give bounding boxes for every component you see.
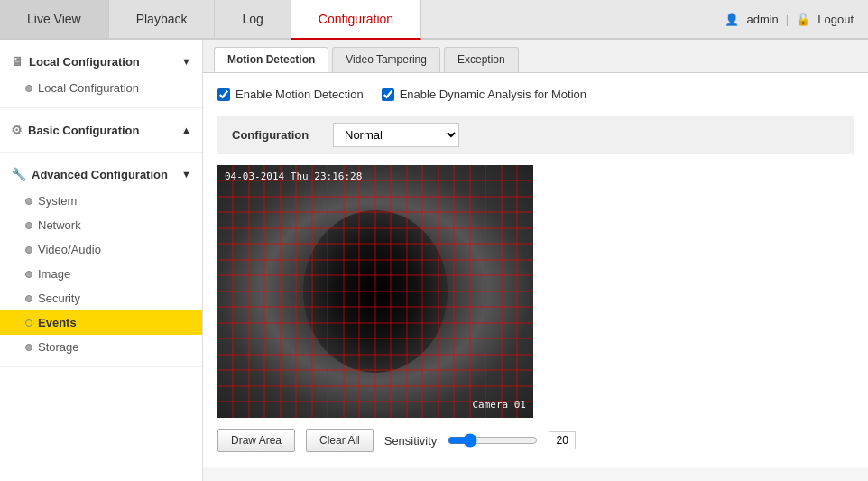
sensitivity-slider[interactable]: [448, 433, 538, 448]
enable-motion-text: Enable Motion Detection: [235, 88, 364, 101]
sub-tab-exception[interactable]: Exception: [444, 47, 519, 72]
motion-grid[interactable]: [217, 165, 533, 418]
config-select[interactable]: Normal Expert: [333, 123, 459, 147]
sidebar-item-image-label: Image: [38, 267, 70, 281]
sidebar-section-advanced: 🔧 Advanced Configuration ▼ System Networ…: [0, 153, 202, 367]
advanced-icon: 🔧: [11, 167, 26, 181]
enable-dynamic-text: Enable Dynamic Analysis for Motion: [400, 88, 586, 101]
sidebar-item-video-audio[interactable]: Video/Audio: [0, 237, 202, 262]
sidebar-local-label: Local Configuration: [29, 55, 140, 69]
basic-icon: ⚙: [11, 123, 23, 137]
sidebar-header-advanced[interactable]: 🔧 Advanced Configuration ▼: [0, 160, 202, 189]
main-layout: 🖥 Local Configuration ▼ Local Configurat…: [0, 40, 868, 481]
sub-tab-motion-detection[interactable]: Motion Detection: [214, 47, 328, 72]
draw-area-button[interactable]: Draw Area: [217, 429, 295, 452]
nav-right-area: 👤 admin | 🔓 Logout: [710, 0, 868, 38]
sidebar-item-storage-label: Storage: [38, 340, 79, 354]
sidebar-advanced-label: Advanced Configuration: [32, 168, 168, 181]
sidebar-basic-label: Basic Configuration: [28, 124, 140, 137]
bullet-video-audio: [25, 246, 32, 254]
sidebar-item-local-configuration[interactable]: Local Configuration: [0, 76, 202, 100]
sidebar-item-events[interactable]: Events: [0, 310, 202, 335]
user-icon: 👤: [725, 13, 739, 26]
bullet-system: [25, 198, 32, 205]
camera-label: Camera 01: [472, 399, 526, 411]
sidebar-item-video-audio-label: Video/Audio: [38, 243, 101, 256]
sidebar-section-local: 🖥 Local Configuration ▼ Local Configurat…: [0, 40, 202, 108]
enable-dynamic-checkbox[interactable]: [382, 88, 394, 101]
sidebar-section-basic: ⚙ Basic Configuration ▲: [0, 108, 202, 153]
nav-divider: |: [786, 13, 789, 26]
sensitivity-value: 20: [549, 431, 576, 449]
content-area: Motion Detection Video Tampering Excepti…: [203, 40, 868, 481]
motion-detection-panel: Enable Motion Detection Enable Dynamic A…: [203, 73, 868, 467]
checkbox-row: Enable Motion Detection Enable Dynamic A…: [217, 88, 854, 101]
bullet-events: [25, 319, 32, 327]
logout-icon: 🔓: [796, 13, 810, 26]
sidebar: 🖥 Local Configuration ▼ Local Configurat…: [0, 40, 203, 481]
enable-dynamic-label[interactable]: Enable Dynamic Analysis for Motion: [382, 88, 586, 101]
sidebar-item-system-label: System: [38, 194, 77, 208]
enable-motion-checkbox[interactable]: [217, 88, 230, 101]
enable-motion-label[interactable]: Enable Motion Detection: [217, 88, 364, 101]
sidebar-header-local[interactable]: 🖥 Local Configuration ▼: [0, 47, 202, 76]
config-label: Configuration: [232, 128, 322, 142]
sidebar-header-basic[interactable]: ⚙ Basic Configuration ▲: [0, 116, 202, 144]
sidebar-item-storage[interactable]: Storage: [0, 335, 202, 359]
chevron-basic: ▲: [181, 125, 191, 135]
bullet-security: [25, 295, 32, 302]
configuration-row: Configuration Normal Expert: [217, 116, 854, 154]
sensitivity-label: Sensitivity: [384, 434, 438, 448]
controls-row: Draw Area Clear All Sensitivity 20: [217, 429, 854, 452]
sub-tab-video-tampering[interactable]: Video Tampering: [332, 47, 440, 72]
sidebar-item-image[interactable]: Image: [0, 262, 202, 286]
sidebar-item-local-configuration-label: Local Configuration: [38, 81, 139, 95]
chevron-advanced: ▼: [181, 169, 191, 180]
tab-configuration[interactable]: Configuration: [291, 0, 421, 40]
logout-button[interactable]: Logout: [817, 13, 854, 26]
bullet-storage: [25, 344, 32, 351]
sidebar-item-events-label: Events: [38, 316, 77, 329]
sidebar-item-network[interactable]: Network: [0, 213, 202, 237]
sidebar-item-security-label: Security: [38, 291, 80, 305]
sidebar-item-network-label: Network: [38, 218, 81, 232]
sidebar-item-security[interactable]: Security: [0, 286, 202, 310]
tab-playback[interactable]: Playback: [109, 0, 216, 38]
camera-view: 04-03-2014 Thu 23:16:28 Camera 01: [217, 165, 533, 418]
chevron-local: ▼: [181, 56, 191, 67]
tab-live-view[interactable]: Live View: [0, 0, 109, 38]
sidebar-item-system[interactable]: System: [0, 189, 202, 213]
username: admin: [746, 13, 778, 26]
bullet-image: [25, 271, 32, 278]
tab-log[interactable]: Log: [215, 0, 291, 38]
camera-timestamp: 04-03-2014 Thu 23:16:28: [225, 171, 362, 182]
sub-tabs: Motion Detection Video Tampering Excepti…: [203, 40, 868, 73]
bullet-network: [25, 222, 32, 229]
local-icon: 🖥: [11, 54, 23, 69]
clear-all-button[interactable]: Clear All: [306, 429, 374, 452]
bullet-local-configuration: [25, 85, 32, 92]
top-navigation: Live View Playback Log Configuration 👤 a…: [0, 0, 868, 40]
